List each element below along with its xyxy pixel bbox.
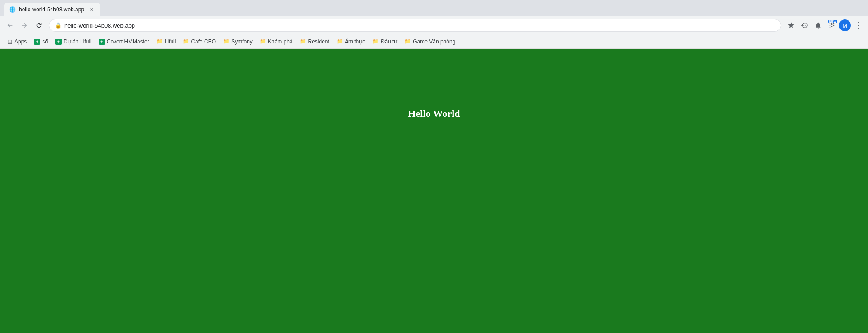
bookmark-cafe-ceo[interactable]: 📁 Cafe CEO [179,37,219,46]
more-menu-button[interactable]: ⋮ [852,19,864,32]
bookmark-covert[interactable]: + Covert HMMaster [95,37,153,46]
nav-bar: 🔒 hello-world-54b08.web.app NEW M [0,16,868,34]
bookmark-resident[interactable]: 📁 Resident [296,37,333,46]
notifications-button[interactable] [812,19,825,32]
bookmark-game[interactable]: 📁 Game Văn phòng [401,37,459,46]
bookmark-game-label: Game Văn phòng [413,39,455,45]
bookmark-so-label: số [42,39,48,45]
bookmark-star-button[interactable] [785,19,797,32]
bookmark-symfony-label: Symfony [231,39,253,45]
bookmark-kham-pha-label: Khám phá [268,39,293,45]
bookmark-covert-icon: + [99,39,105,45]
bookmark-so[interactable]: + số [30,37,52,46]
bookmark-kham-pha-icon: 📁 [260,39,266,44]
bookmark-am-thuc-label: Ẩm thực [345,39,365,45]
bookmark-du-an-icon: + [55,39,62,45]
bookmark-dau-tu-label: Đầu tư [381,39,397,45]
bookmark-am-thuc[interactable]: 📁 Ẩm thực [333,37,369,46]
new-badge: NEW [828,20,837,23]
hello-world-heading: Hello World [408,108,460,120]
forward-button[interactable] [18,19,31,32]
bookmark-covert-label: Covert HMMaster [107,39,149,45]
bookmark-du-an-label: Dự án Lifull [63,39,91,45]
reload-button[interactable] [33,19,45,32]
bookmark-du-an-lifull[interactable]: + Dự án Lifull [52,37,95,46]
bookmark-so-icon: + [34,39,40,45]
nav-right: NEW M ⋮ [785,19,864,32]
bookmark-resident-label: Resident [308,39,329,45]
active-tab[interactable]: 🌐 hello-world-54b08.web.app ✕ [4,3,100,16]
tab-favicon: 🌐 [9,6,15,13]
page-content: Hello World [0,49,868,333]
bookmark-dau-tu-icon: 📁 [372,39,379,44]
bookmark-symfony-icon: 📁 [223,39,229,44]
lock-icon: 🔒 [55,22,62,29]
bookmark-cafe-icon: 📁 [183,39,189,44]
address-bar[interactable]: 🔒 hello-world-54b08.web.app [49,19,781,32]
bookmark-lifull-icon: 📁 [157,39,163,44]
bookmarks-bar: ⊞ Apps + số + Dự án Lifull + Covert HMMa… [0,34,868,49]
browser-chrome: 🌐 hello-world-54b08.web.app ✕ 🔒 hello-wo… [0,0,868,49]
bookmark-game-icon: 📁 [405,39,411,44]
bookmark-apps[interactable]: ⊞ Apps [4,37,30,47]
history-button[interactable] [798,19,811,32]
bookmark-lifull-label: Lifull [165,39,176,45]
bookmark-kham-pha[interactable]: 📁 Khám phá [256,37,296,46]
bookmark-am-thuc-icon: 📁 [337,39,343,44]
bookmark-cafe-label: Cafe CEO [191,39,216,45]
tab-close-button[interactable]: ✕ [88,6,95,13]
google-apps-profile[interactable]: NEW [825,19,838,32]
apps-grid-icon: ⊞ [7,38,13,45]
bookmark-resident-icon: 📁 [300,39,306,44]
tab-bar: 🌐 hello-world-54b08.web.app ✕ [0,0,868,16]
bookmark-dau-tu[interactable]: 📁 Đầu tư [369,37,401,46]
user-avatar[interactable]: M [839,19,851,31]
tab-title: hello-world-54b08.web.app [19,6,84,13]
url-text: hello-world-54b08.web.app [64,22,775,29]
bookmark-symfony[interactable]: 📁 Symfony [219,37,256,46]
bookmark-lifull[interactable]: 📁 Lifull [153,37,180,46]
bookmark-apps-label: Apps [14,39,27,45]
back-button[interactable] [4,19,16,32]
